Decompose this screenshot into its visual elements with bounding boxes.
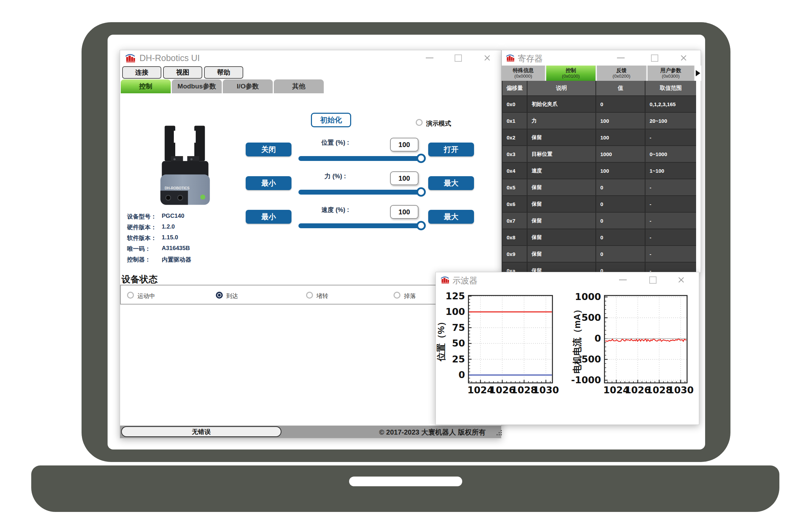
laptop-base bbox=[31, 465, 779, 512]
scope-window: 10241026102810301251007550250位置（%）102410… bbox=[435, 272, 699, 425]
table-cell: 保留 bbox=[527, 196, 595, 212]
table-row[interactable]: 0x6保留0- bbox=[502, 195, 696, 212]
svg-text:1030: 1030 bbox=[533, 385, 559, 395]
table-row[interactable]: 0x5保留0- bbox=[502, 179, 696, 195]
force-max-button[interactable]: 最大 bbox=[428, 176, 474, 190]
status-radio-arrived[interactable] bbox=[216, 292, 223, 299]
force-slider-knob[interactable] bbox=[416, 187, 426, 197]
table-cell: 100 bbox=[595, 129, 645, 145]
reg-tab-feedback-line1: 反馈 bbox=[616, 67, 627, 74]
table-cell: 100 bbox=[595, 113, 645, 129]
table-row[interactable]: 0x4速度1001~100 bbox=[502, 162, 696, 179]
speed-slider-knob[interactable] bbox=[416, 221, 426, 230]
close-icon[interactable] bbox=[675, 272, 687, 288]
reg-tab-feedback-line2: (0x0200) bbox=[612, 74, 630, 79]
minimize-icon[interactable] bbox=[617, 272, 629, 288]
page: DH-Robotics UI 连接视图帮助 控制Modbus参数I/O参数其他 … bbox=[0, 0, 812, 531]
table-cell: - bbox=[645, 229, 696, 245]
laptop-screen: DH-Robotics UI 连接视图帮助 控制Modbus参数I/O参数其他 … bbox=[108, 35, 705, 449]
table-row[interactable]: 0x0初始化夹爪00,1,2,3,165 bbox=[502, 95, 696, 112]
table-cell: 速度 bbox=[527, 163, 595, 179]
status-radio-dropped[interactable] bbox=[394, 292, 400, 299]
close-button[interactable]: 关闭 bbox=[246, 143, 291, 156]
table-cell: 0x3 bbox=[502, 146, 527, 162]
error-status-button[interactable]: 无错误 bbox=[121, 426, 281, 437]
svg-text:1024: 1024 bbox=[467, 385, 493, 395]
copyright-text: © 2017-2023 大寰机器人 版权所有 bbox=[342, 428, 523, 437]
device-info-label: 控制器： bbox=[127, 256, 151, 264]
table-cell: 0x1 bbox=[502, 113, 527, 129]
resize-grip[interactable] bbox=[497, 434, 498, 435]
device-info-value: 内置驱动器 bbox=[162, 256, 191, 264]
table-cell: 保留 bbox=[527, 229, 595, 245]
scope-titlebar[interactable]: 示波器 bbox=[436, 272, 699, 288]
table-row[interactable]: 0x9保留0- bbox=[502, 245, 696, 262]
table-header-cell: 偏移量 bbox=[502, 81, 527, 95]
table-row[interactable]: 0x1力10020~100 bbox=[502, 112, 696, 129]
table-cell: 0x5 bbox=[502, 179, 527, 195]
speed-label: 速度 (%) : bbox=[299, 206, 372, 214]
force-min-button[interactable]: 最小 bbox=[246, 176, 291, 190]
svg-text:1028: 1028 bbox=[646, 385, 672, 395]
table-cell: 100 bbox=[595, 163, 645, 179]
speed-max-button[interactable]: 最大 bbox=[428, 210, 474, 224]
table-cell: 0,1,2,3,165 bbox=[645, 96, 696, 112]
arrow-right-icon bbox=[696, 70, 700, 76]
close-icon[interactable] bbox=[677, 50, 690, 66]
scope-canvas: 10241026102810301251007550250位置（%）102410… bbox=[436, 272, 700, 425]
table-cell: 保留 bbox=[527, 213, 595, 229]
register-tab-bar: 特殊信息(0x0000)控制(0x0100)反馈(0x0200)用户参数(0x0… bbox=[502, 66, 701, 81]
table-row[interactable]: 0x7保留0- bbox=[502, 212, 696, 229]
table-cell: 0x0 bbox=[502, 96, 527, 112]
maximize-icon[interactable] bbox=[648, 50, 661, 66]
table-cell: 0 bbox=[595, 96, 645, 112]
svg-text:1026: 1026 bbox=[625, 385, 651, 395]
register-table: 偏移量说明值取值范围0x0初始化夹爪00,1,2,3,1650x1力10020~… bbox=[502, 81, 696, 279]
table-row[interactable]: 0x8保留0- bbox=[502, 229, 696, 245]
register-titlebar[interactable]: 寄存器 bbox=[502, 50, 701, 66]
reg-tab-feedback[interactable]: 反馈(0x0200) bbox=[597, 66, 647, 81]
table-cell: 20~100 bbox=[645, 113, 696, 129]
force-input[interactable] bbox=[390, 171, 418, 185]
reg-tab-special-info[interactable]: 特殊信息(0x0000) bbox=[502, 66, 545, 81]
tab-scroll-right-button[interactable] bbox=[695, 66, 701, 81]
speed-min-button[interactable]: 最小 bbox=[246, 210, 291, 224]
dh-logo-icon bbox=[505, 53, 516, 63]
reg-tab-control-line2: (0x0100) bbox=[562, 74, 580, 79]
reg-tab-user-params[interactable]: 用户参数(0x0300) bbox=[648, 66, 695, 81]
table-cell: 0~1000 bbox=[645, 146, 696, 162]
force-slider[interactable] bbox=[298, 190, 422, 195]
minimize-icon[interactable] bbox=[615, 50, 627, 66]
position-slider-knob[interactable] bbox=[416, 154, 426, 163]
device-info-value: A316435B bbox=[162, 245, 190, 252]
speed-input[interactable] bbox=[390, 205, 418, 219]
table-cell: - bbox=[645, 196, 696, 212]
laptop-bezel: DH-Robotics UI 连接视图帮助 控制Modbus参数I/O参数其他 … bbox=[82, 22, 730, 462]
speed-slider[interactable] bbox=[298, 223, 422, 228]
position-input[interactable] bbox=[390, 138, 418, 152]
laptop-hinge-notch bbox=[349, 477, 462, 486]
open-button[interactable]: 打开 bbox=[428, 143, 474, 156]
table-cell: - bbox=[645, 246, 696, 262]
status-radio-stalled[interactable] bbox=[306, 292, 313, 299]
device-info-value: 1.15.0 bbox=[162, 234, 178, 241]
svg-text:75: 75 bbox=[452, 322, 465, 333]
reg-tab-control[interactable]: 控制(0x0100) bbox=[546, 66, 596, 81]
device-info: 设备型号：PGC140硬件版本：1.2.0软件版本：1.15.0唯一码：A316… bbox=[120, 50, 238, 272]
device-info-value: 1.2.0 bbox=[162, 223, 175, 230]
table-cell: 0x4 bbox=[502, 163, 527, 179]
table-row[interactable]: 0x2保留100- bbox=[502, 129, 696, 145]
svg-text:-500: -500 bbox=[577, 354, 601, 365]
table-header-cell: 取值范围 bbox=[645, 81, 696, 95]
status-radio-moving[interactable] bbox=[127, 292, 134, 299]
table-header-cell: 说明 bbox=[527, 81, 595, 95]
maximize-icon[interactable] bbox=[646, 272, 659, 288]
svg-text:电机电流（mA）: 电机电流（mA） bbox=[572, 305, 582, 374]
svg-text:0: 0 bbox=[594, 333, 601, 344]
table-row[interactable]: 0x3目标位置10000~1000 bbox=[502, 145, 696, 162]
svg-text:1024: 1024 bbox=[603, 385, 629, 395]
status-radio-dropped-label: 掉落 bbox=[404, 292, 416, 300]
status-bar: 无错误 © 2017-2023 大寰机器人 版权所有 bbox=[120, 426, 501, 438]
table-cell: 保留 bbox=[527, 246, 595, 262]
position-slider[interactable] bbox=[298, 156, 422, 161]
